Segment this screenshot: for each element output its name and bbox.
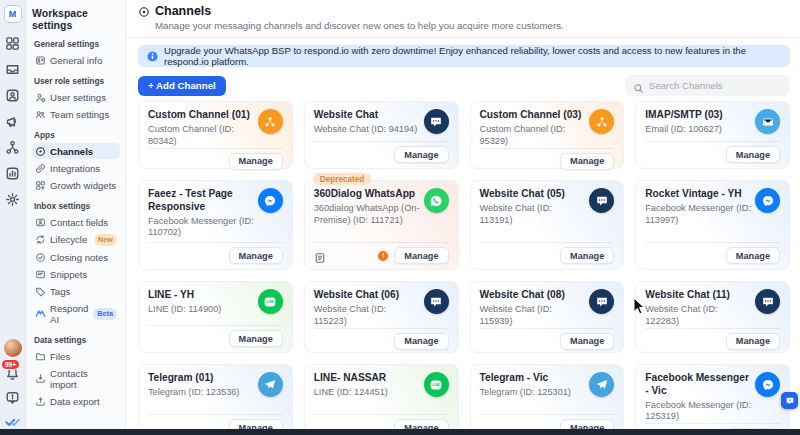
sidebar-section-label: Apps xyxy=(34,130,120,140)
manage-button[interactable]: Manage xyxy=(726,247,780,264)
sidebar-item-label: Tags xyxy=(50,286,70,297)
user-avatar[interactable] xyxy=(4,339,22,357)
channel-card-line-nassar: LINE- NASSARLINE (ID: 124451)LINEManage xyxy=(304,364,459,435)
messenger-icon xyxy=(258,188,283,213)
search-channels-box[interactable] xyxy=(625,75,790,96)
sidebar-title: Workspace settings xyxy=(32,7,120,31)
channel-id-subtitle: LINE (ID: 114900) xyxy=(148,304,254,316)
manage-button[interactable]: Manage xyxy=(229,330,283,347)
channel-card-website-chat-11: Website Chat (11)Website Chat (ID: 12228… xyxy=(635,281,790,353)
sidebar-item-label: Contact fields xyxy=(50,217,108,228)
main-content: Channels Manage your messaging channels … xyxy=(126,0,800,435)
line-icon: LINE xyxy=(258,289,283,314)
channel-id-subtitle: Website Chat (ID: 122283) xyxy=(645,304,751,328)
sidebar-item-general-info[interactable]: General info xyxy=(32,52,120,68)
contact-fields-icon xyxy=(35,217,46,228)
channels-toolbar: + Add Channel xyxy=(138,75,790,96)
sidebar-section-label: Inbox settings xyxy=(34,201,120,211)
sidebar-item-team-settings[interactable]: Team settings xyxy=(32,106,120,122)
general-info-icon xyxy=(35,55,46,66)
growth-widgets-icon xyxy=(35,180,46,191)
channel-card-custom-channel-03: Custom Channel (03)Custom Channel (ID: 9… xyxy=(470,101,625,169)
inbox-icon[interactable] xyxy=(5,62,20,77)
sidebar-item-closing-notes[interactable]: Closing notes xyxy=(32,249,120,265)
sidebar-item-files[interactable]: Files xyxy=(32,348,120,364)
whatsapp-icon xyxy=(424,188,449,213)
chat-bubble-icon xyxy=(785,396,795,406)
page-title: Channels xyxy=(155,5,211,18)
channel-id-subtitle: Website Chat (ID: 113191) xyxy=(480,203,586,227)
channel-title: IMAP/SMTP (03) xyxy=(645,109,751,122)
channel-title: Website Chat (11) xyxy=(645,289,751,302)
custom-icon xyxy=(589,109,614,134)
integrations-icon xyxy=(35,163,46,174)
sidebar-item-label: Contacts import xyxy=(50,368,117,390)
manage-button[interactable]: Manage xyxy=(726,333,780,350)
manage-button[interactable]: Manage xyxy=(726,146,780,163)
channel-card-telegram-01: Telegram (01)Telegram (ID: 123536)Manage xyxy=(138,364,293,435)
manage-button[interactable]: Manage xyxy=(394,247,448,264)
manage-button[interactable]: Manage xyxy=(560,247,614,264)
sidebar-item-integrations[interactable]: Integrations xyxy=(32,160,120,176)
channel-card-custom-channel-01: Custom Channel (01)Custom Channel (ID: 8… xyxy=(138,101,293,169)
warning-icon[interactable]: ! xyxy=(378,251,388,261)
website-chat-icon xyxy=(589,188,614,213)
reports-icon[interactable] xyxy=(5,166,20,181)
sidebar-item-respond-ai[interactable]: Respond AIBeta xyxy=(32,300,120,327)
help-icon[interactable] xyxy=(5,390,20,405)
website-chat-icon xyxy=(424,109,449,134)
files-icon xyxy=(35,351,46,362)
sidebar-item-contact-fields[interactable]: Contact fields xyxy=(32,214,120,230)
manage-button[interactable]: Manage xyxy=(394,333,448,350)
banner-text: Upgrade your WhatsApp BSP to respond.io … xyxy=(164,45,781,67)
settings-icon[interactable] xyxy=(5,192,20,207)
broadcast-icon[interactable] xyxy=(5,114,20,129)
channel-id-subtitle: Custom Channel (ID: 95329) xyxy=(480,124,586,148)
manage-button[interactable]: Manage xyxy=(560,333,614,350)
sidebar-item-label: Data export xyxy=(50,396,100,407)
channel-id-subtitle: Facebook Messenger (ID: 110702) xyxy=(148,216,254,240)
contacts-icon[interactable] xyxy=(5,88,20,103)
workflows-icon[interactable] xyxy=(5,140,20,155)
channel-id-subtitle: LINE (ID: 124451) xyxy=(314,387,420,399)
sidebar-section-label: User role settings xyxy=(34,76,120,86)
channel-title: Custom Channel (03) xyxy=(480,109,586,122)
manage-button[interactable]: Manage xyxy=(229,153,283,170)
channel-id-subtitle: Website Chat (ID: 115939) xyxy=(480,304,586,328)
channel-title: Website Chat (05) xyxy=(480,188,586,201)
live-chat-widget-button[interactable] xyxy=(781,392,798,409)
sidebar-item-label: Lifecycle xyxy=(50,234,87,245)
channel-title: Facebook Messenger - Vic xyxy=(645,372,751,398)
sidebar-item-snippets[interactable]: Snippets xyxy=(32,266,120,282)
sidebar-item-tags[interactable]: Tags xyxy=(32,283,120,299)
sidebar-item-user-settings[interactable]: User settings xyxy=(32,89,120,105)
sidebar-item-lifecycle[interactable]: LifecycleNew xyxy=(32,231,120,248)
channel-id-subtitle: Facebook Messenger (ID: 113997) xyxy=(645,203,751,227)
sidebar-item-label: Files xyxy=(50,351,70,362)
manage-button[interactable]: Manage xyxy=(560,153,614,170)
new-badge: New xyxy=(94,234,117,246)
notifications-bell-icon[interactable]: 99+ xyxy=(5,366,20,381)
add-channel-button[interactable]: + Add Channel xyxy=(138,76,226,96)
channel-card-grid: Custom Channel (01)Custom Channel (ID: 8… xyxy=(138,101,790,435)
channel-title: Faeez - Test Page Responsive xyxy=(148,188,254,214)
sidebar-item-growth-widgets[interactable]: Growth widgets xyxy=(32,177,120,193)
sidebar-item-contacts-import[interactable]: Contacts import xyxy=(32,365,120,392)
channel-title: LINE - YH xyxy=(148,289,254,302)
website-chat-icon xyxy=(424,289,449,314)
sidebar-item-channels[interactable]: Channels xyxy=(32,143,120,159)
telegram-icon xyxy=(589,372,614,397)
migration-doc-icon[interactable] xyxy=(314,250,326,262)
channel-title: Custom Channel (01) xyxy=(148,109,254,122)
dashboard-icon[interactable] xyxy=(5,36,20,51)
search-input[interactable] xyxy=(649,80,782,91)
sidebar-item-label: Closing notes xyxy=(50,252,108,263)
channel-card-faeez-test-page-responsive: Faeez - Test Page ResponsiveFacebook Mes… xyxy=(138,180,293,270)
sidebar-item-data-export[interactable]: Data export xyxy=(32,393,120,409)
workspace-logo[interactable]: M xyxy=(4,5,22,23)
line-icon: LINE xyxy=(424,372,449,397)
channel-card-website-chat-05: Website Chat (05)Website Chat (ID: 11319… xyxy=(470,180,625,270)
manage-button[interactable]: Manage xyxy=(229,247,283,264)
manage-button[interactable]: Manage xyxy=(394,146,448,163)
channel-card-facebook-messenger-vic: Facebook Messenger - VicFacebook Messeng… xyxy=(635,364,790,435)
